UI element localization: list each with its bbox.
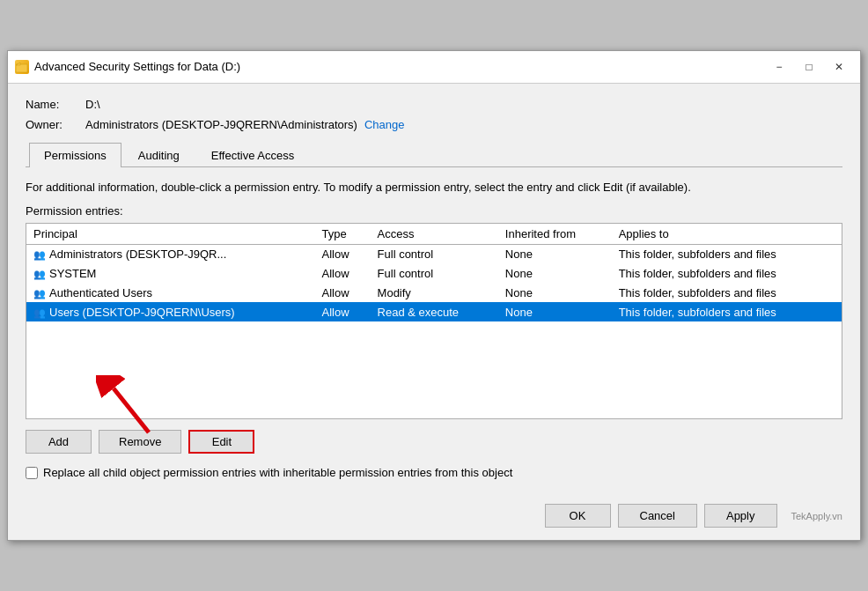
cell-0: 👥SYSTEM	[26, 263, 315, 283]
tab-effective-access[interactable]: Effective Access	[196, 143, 309, 167]
col-applies: Applies to	[612, 224, 842, 245]
svg-line-3	[114, 388, 149, 432]
change-link[interactable]: Change	[364, 118, 405, 131]
info-text: For additional information, double-click…	[26, 180, 842, 196]
title-bar: Advanced Security Settings for Data (D:)…	[8, 51, 860, 84]
window-title: Advanced Security Settings for Data (D:)	[34, 60, 240, 73]
dialog-content: Name: D:\ Owner: Administrators (DESKTOP…	[8, 84, 860, 494]
tab-permissions[interactable]: Permissions	[29, 143, 121, 167]
cell-0: 👥Authenticated Users	[26, 283, 315, 302]
title-bar-left: Advanced Security Settings for Data (D:)	[15, 60, 240, 74]
cell-2: Full control	[371, 244, 498, 263]
permissions-table: Principal Type Access Inherited from App…	[26, 224, 842, 322]
tab-auditing[interactable]: Auditing	[123, 143, 195, 167]
perm-entries-label: Permission entries:	[26, 204, 842, 218]
owner-row: Owner: Administrators (DESKTOP-J9QRERN\A…	[26, 118, 842, 131]
cell-0: 👥Administrators (DESKTOP-J9QR...	[26, 244, 315, 263]
cell-3: None	[498, 263, 612, 283]
cell-2: Full control	[371, 263, 498, 283]
maximize-button[interactable]: □	[795, 56, 823, 78]
col-type: Type	[315, 224, 371, 245]
table-row[interactable]: 👥SYSTEMAllowFull controlNoneThis folder,…	[26, 263, 842, 283]
table-row[interactable]: 👥Users (DESKTOP-J9QRERN\Users)AllowRead …	[26, 302, 842, 321]
col-principal: Principal	[26, 224, 315, 245]
tab-bar: Permissions Auditing Effective Access	[26, 142, 842, 167]
tab-content-permissions: For additional information, double-click…	[26, 167, 842, 480]
replace-checkbox[interactable]	[26, 467, 38, 479]
cell-4: This folder, subfolders and files	[612, 302, 842, 321]
close-button[interactable]: ✕	[825, 56, 853, 78]
table-row[interactable]: 👥Authenticated UsersAllowModifyNoneThis …	[26, 283, 842, 302]
cell-4: This folder, subfolders and files	[612, 283, 842, 302]
cell-2: Modify	[371, 283, 498, 302]
window-icon	[15, 60, 29, 74]
ok-button[interactable]: OK	[545, 504, 611, 528]
cell-4: This folder, subfolders and files	[612, 244, 842, 263]
owner-value: Administrators (DESKTOP-J9QRERN\Administ…	[85, 118, 357, 131]
owner-label: Owner:	[26, 118, 78, 131]
minimize-button[interactable]: −	[765, 56, 793, 78]
red-arrow-annotation	[96, 375, 166, 437]
cell-0: 👥Users (DESKTOP-J9QRERN\Users)	[26, 302, 315, 321]
user-icon: 👥	[33, 288, 46, 299]
col-access: Access	[371, 224, 498, 245]
cell-3: None	[498, 244, 612, 263]
edit-button[interactable]: Edit	[188, 430, 254, 454]
add-button[interactable]: Add	[26, 430, 92, 454]
name-row: Name: D:\	[26, 98, 842, 111]
replace-checkbox-row: Replace all child object permission entr…	[26, 466, 842, 479]
cell-1: Allow	[315, 244, 371, 263]
table-header-row: Principal Type Access Inherited from App…	[26, 224, 842, 245]
window-controls: − □ ✕	[765, 56, 853, 78]
svg-rect-0	[16, 64, 27, 72]
cell-1: Allow	[315, 263, 371, 283]
user-icon: 👥	[33, 269, 46, 279]
apply-button[interactable]: Apply	[704, 504, 777, 528]
watermark: TekApply.vn	[791, 511, 843, 521]
cell-4: This folder, subfolders and files	[612, 263, 842, 283]
replace-checkbox-label: Replace all child object permission entr…	[43, 466, 512, 479]
table-row[interactable]: 👥Administrators (DESKTOP-J9QR...AllowFul…	[26, 244, 842, 263]
cell-3: None	[498, 283, 612, 302]
cancel-button[interactable]: Cancel	[618, 504, 697, 528]
col-inherited: Inherited from	[498, 224, 612, 245]
cell-3: None	[498, 302, 612, 321]
user-icon: 👥	[33, 249, 46, 260]
footer: OK Cancel Apply TekApply.vn	[8, 493, 860, 540]
cell-1: Allow	[315, 283, 371, 302]
user-icon: 👥	[33, 307, 46, 318]
svg-marker-1	[16, 63, 20, 65]
cell-1: Allow	[315, 302, 371, 321]
cell-2: Read & execute	[371, 302, 498, 321]
name-value: D:\	[85, 98, 100, 111]
main-window: Advanced Security Settings for Data (D:)…	[7, 50, 861, 542]
name-label: Name:	[26, 98, 78, 111]
